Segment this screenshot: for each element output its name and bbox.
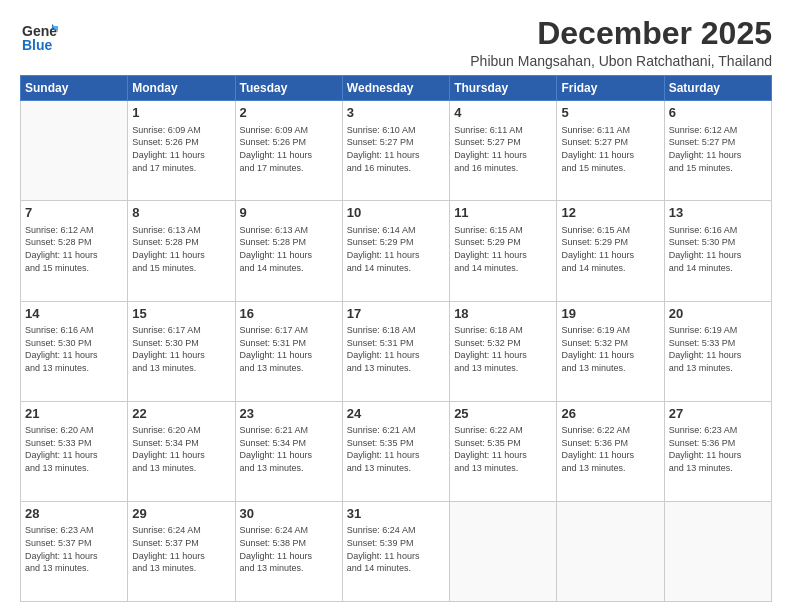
calendar-day-cell: 23Sunrise: 6:21 AM Sunset: 5:34 PM Dayli…	[235, 401, 342, 501]
day-number: 30	[240, 505, 338, 523]
day-info: Sunrise: 6:21 AM Sunset: 5:34 PM Dayligh…	[240, 424, 338, 474]
calendar-day-cell: 6Sunrise: 6:12 AM Sunset: 5:27 PM Daylig…	[664, 101, 771, 201]
calendar-day-cell: 24Sunrise: 6:21 AM Sunset: 5:35 PM Dayli…	[342, 401, 449, 501]
day-info: Sunrise: 6:21 AM Sunset: 5:35 PM Dayligh…	[347, 424, 445, 474]
day-number: 14	[25, 305, 123, 323]
day-info: Sunrise: 6:24 AM Sunset: 5:39 PM Dayligh…	[347, 524, 445, 574]
day-number: 11	[454, 204, 552, 222]
location-subtitle: Phibun Mangsahan, Ubon Ratchathani, Thai…	[470, 53, 772, 69]
calendar-day-cell: 25Sunrise: 6:22 AM Sunset: 5:35 PM Dayli…	[450, 401, 557, 501]
day-number: 7	[25, 204, 123, 222]
day-number: 19	[561, 305, 659, 323]
day-info: Sunrise: 6:23 AM Sunset: 5:37 PM Dayligh…	[25, 524, 123, 574]
day-number: 2	[240, 104, 338, 122]
calendar-day-cell: 30Sunrise: 6:24 AM Sunset: 5:38 PM Dayli…	[235, 501, 342, 601]
day-number: 10	[347, 204, 445, 222]
day-number: 26	[561, 405, 659, 423]
day-number: 4	[454, 104, 552, 122]
day-number: 15	[132, 305, 230, 323]
weekday-header-cell: Sunday	[21, 76, 128, 101]
title-block: December 2025 Phibun Mangsahan, Ubon Rat…	[470, 16, 772, 69]
calendar-day-cell: 9Sunrise: 6:13 AM Sunset: 5:28 PM Daylig…	[235, 201, 342, 301]
weekday-header-row: SundayMondayTuesdayWednesdayThursdayFrid…	[21, 76, 772, 101]
day-number: 12	[561, 204, 659, 222]
calendar-day-cell: 20Sunrise: 6:19 AM Sunset: 5:33 PM Dayli…	[664, 301, 771, 401]
day-number: 5	[561, 104, 659, 122]
calendar-day-cell: 15Sunrise: 6:17 AM Sunset: 5:30 PM Dayli…	[128, 301, 235, 401]
calendar-day-cell: 3Sunrise: 6:10 AM Sunset: 5:27 PM Daylig…	[342, 101, 449, 201]
day-info: Sunrise: 6:20 AM Sunset: 5:34 PM Dayligh…	[132, 424, 230, 474]
day-number: 16	[240, 305, 338, 323]
calendar-day-cell: 31Sunrise: 6:24 AM Sunset: 5:39 PM Dayli…	[342, 501, 449, 601]
day-info: Sunrise: 6:17 AM Sunset: 5:30 PM Dayligh…	[132, 324, 230, 374]
day-info: Sunrise: 6:20 AM Sunset: 5:33 PM Dayligh…	[25, 424, 123, 474]
calendar-day-cell: 5Sunrise: 6:11 AM Sunset: 5:27 PM Daylig…	[557, 101, 664, 201]
day-number: 22	[132, 405, 230, 423]
day-number: 18	[454, 305, 552, 323]
day-info: Sunrise: 6:23 AM Sunset: 5:36 PM Dayligh…	[669, 424, 767, 474]
calendar-day-cell: 29Sunrise: 6:24 AM Sunset: 5:37 PM Dayli…	[128, 501, 235, 601]
day-info: Sunrise: 6:19 AM Sunset: 5:33 PM Dayligh…	[669, 324, 767, 374]
calendar-day-cell	[21, 101, 128, 201]
day-number: 31	[347, 505, 445, 523]
weekday-header-cell: Friday	[557, 76, 664, 101]
weekday-header-cell: Wednesday	[342, 76, 449, 101]
calendar-day-cell	[557, 501, 664, 601]
day-info: Sunrise: 6:12 AM Sunset: 5:27 PM Dayligh…	[669, 124, 767, 174]
day-info: Sunrise: 6:17 AM Sunset: 5:31 PM Dayligh…	[240, 324, 338, 374]
calendar-week-row: 21Sunrise: 6:20 AM Sunset: 5:33 PM Dayli…	[21, 401, 772, 501]
calendar-day-cell	[450, 501, 557, 601]
calendar-day-cell: 22Sunrise: 6:20 AM Sunset: 5:34 PM Dayli…	[128, 401, 235, 501]
day-info: Sunrise: 6:13 AM Sunset: 5:28 PM Dayligh…	[240, 224, 338, 274]
day-info: Sunrise: 6:22 AM Sunset: 5:36 PM Dayligh…	[561, 424, 659, 474]
calendar-day-cell: 12Sunrise: 6:15 AM Sunset: 5:29 PM Dayli…	[557, 201, 664, 301]
day-number: 23	[240, 405, 338, 423]
day-number: 27	[669, 405, 767, 423]
day-info: Sunrise: 6:16 AM Sunset: 5:30 PM Dayligh…	[669, 224, 767, 274]
day-info: Sunrise: 6:09 AM Sunset: 5:26 PM Dayligh…	[240, 124, 338, 174]
calendar-day-cell: 10Sunrise: 6:14 AM Sunset: 5:29 PM Dayli…	[342, 201, 449, 301]
day-number: 21	[25, 405, 123, 423]
day-info: Sunrise: 6:22 AM Sunset: 5:35 PM Dayligh…	[454, 424, 552, 474]
day-info: Sunrise: 6:24 AM Sunset: 5:37 PM Dayligh…	[132, 524, 230, 574]
calendar-day-cell: 8Sunrise: 6:13 AM Sunset: 5:28 PM Daylig…	[128, 201, 235, 301]
day-number: 25	[454, 405, 552, 423]
calendar-day-cell: 17Sunrise: 6:18 AM Sunset: 5:31 PM Dayli…	[342, 301, 449, 401]
weekday-header-cell: Thursday	[450, 76, 557, 101]
day-info: Sunrise: 6:14 AM Sunset: 5:29 PM Dayligh…	[347, 224, 445, 274]
day-number: 17	[347, 305, 445, 323]
day-number: 28	[25, 505, 123, 523]
day-info: Sunrise: 6:18 AM Sunset: 5:32 PM Dayligh…	[454, 324, 552, 374]
weekday-header-cell: Monday	[128, 76, 235, 101]
calendar-day-cell: 28Sunrise: 6:23 AM Sunset: 5:37 PM Dayli…	[21, 501, 128, 601]
day-info: Sunrise: 6:11 AM Sunset: 5:27 PM Dayligh…	[561, 124, 659, 174]
calendar-day-cell: 11Sunrise: 6:15 AM Sunset: 5:29 PM Dayli…	[450, 201, 557, 301]
logo-icon: General Blue	[20, 16, 58, 54]
calendar-day-cell: 4Sunrise: 6:11 AM Sunset: 5:27 PM Daylig…	[450, 101, 557, 201]
day-number: 13	[669, 204, 767, 222]
svg-text:Blue: Blue	[22, 37, 53, 53]
calendar-week-row: 7Sunrise: 6:12 AM Sunset: 5:28 PM Daylig…	[21, 201, 772, 301]
day-info: Sunrise: 6:19 AM Sunset: 5:32 PM Dayligh…	[561, 324, 659, 374]
logo: General Blue	[20, 16, 58, 58]
calendar-day-cell	[664, 501, 771, 601]
calendar-table: SundayMondayTuesdayWednesdayThursdayFrid…	[20, 75, 772, 602]
calendar-day-cell: 27Sunrise: 6:23 AM Sunset: 5:36 PM Dayli…	[664, 401, 771, 501]
day-info: Sunrise: 6:13 AM Sunset: 5:28 PM Dayligh…	[132, 224, 230, 274]
calendar-week-row: 14Sunrise: 6:16 AM Sunset: 5:30 PM Dayli…	[21, 301, 772, 401]
day-number: 29	[132, 505, 230, 523]
calendar-day-cell: 21Sunrise: 6:20 AM Sunset: 5:33 PM Dayli…	[21, 401, 128, 501]
calendar-day-cell: 14Sunrise: 6:16 AM Sunset: 5:30 PM Dayli…	[21, 301, 128, 401]
page: General Blue December 2025 Phibun Mangsa…	[0, 0, 792, 612]
day-number: 9	[240, 204, 338, 222]
day-number: 1	[132, 104, 230, 122]
day-info: Sunrise: 6:15 AM Sunset: 5:29 PM Dayligh…	[561, 224, 659, 274]
calendar-week-row: 1Sunrise: 6:09 AM Sunset: 5:26 PM Daylig…	[21, 101, 772, 201]
calendar-day-cell: 1Sunrise: 6:09 AM Sunset: 5:26 PM Daylig…	[128, 101, 235, 201]
day-number: 24	[347, 405, 445, 423]
day-info: Sunrise: 6:15 AM Sunset: 5:29 PM Dayligh…	[454, 224, 552, 274]
weekday-header-cell: Saturday	[664, 76, 771, 101]
day-info: Sunrise: 6:09 AM Sunset: 5:26 PM Dayligh…	[132, 124, 230, 174]
calendar-day-cell: 7Sunrise: 6:12 AM Sunset: 5:28 PM Daylig…	[21, 201, 128, 301]
calendar-day-cell: 26Sunrise: 6:22 AM Sunset: 5:36 PM Dayli…	[557, 401, 664, 501]
